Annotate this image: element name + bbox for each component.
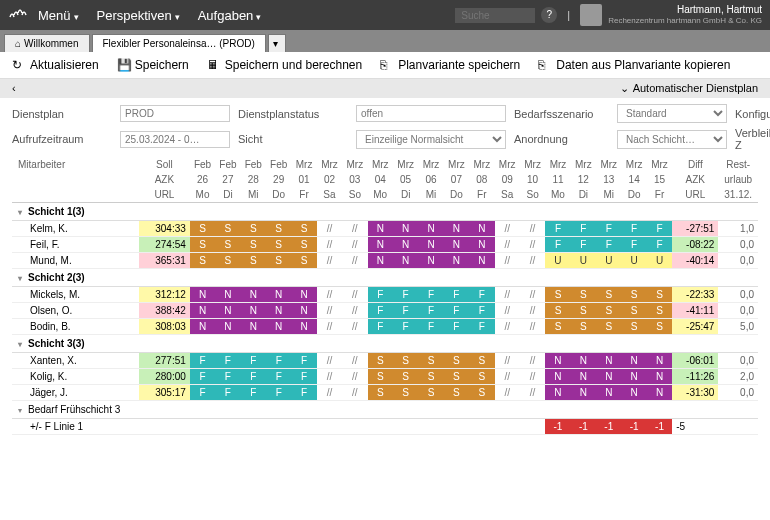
shift-cell[interactable]: // <box>317 237 342 253</box>
shift-cell[interactable]: S <box>368 369 393 385</box>
bedarf-cell[interactable] <box>368 419 393 435</box>
shift-cell[interactable]: S <box>596 303 621 319</box>
shift-cell[interactable]: F <box>545 221 570 237</box>
shift-cell[interactable]: // <box>495 385 520 401</box>
shift-cell[interactable]: N <box>596 369 621 385</box>
shift-cell[interactable]: // <box>317 319 342 335</box>
shift-cell[interactable]: // <box>342 369 367 385</box>
shift-cell[interactable]: S <box>190 253 215 269</box>
shift-cell[interactable]: // <box>317 353 342 369</box>
shift-cell[interactable]: F <box>368 319 393 335</box>
bedarf-cell[interactable]: -1 <box>621 419 646 435</box>
shift-cell[interactable]: N <box>418 237 443 253</box>
tab-welcome[interactable]: Willkommen <box>4 34 90 52</box>
shift-cell[interactable]: N <box>571 385 596 401</box>
shift-cell[interactable]: N <box>393 237 418 253</box>
dienstplan-input[interactable] <box>120 105 230 122</box>
shift-cell[interactable]: N <box>368 221 393 237</box>
menu-item[interactable]: Menü <box>38 8 79 23</box>
shift-cell[interactable]: F <box>190 353 215 369</box>
shift-cell[interactable]: // <box>520 303 545 319</box>
shift-cell[interactable]: N <box>190 287 215 303</box>
shift-cell[interactable]: S <box>241 237 266 253</box>
group-row[interactable]: Schicht 3(3) <box>12 335 758 353</box>
shift-cell[interactable]: N <box>545 385 570 401</box>
shift-cell[interactable]: N <box>190 319 215 335</box>
shift-cell[interactable]: S <box>469 353 494 369</box>
shift-cell[interactable]: N <box>393 253 418 269</box>
shift-cell[interactable]: // <box>342 221 367 237</box>
shift-cell[interactable]: N <box>596 385 621 401</box>
shift-cell[interactable]: S <box>621 303 646 319</box>
shift-cell[interactable]: N <box>190 303 215 319</box>
group-row[interactable]: Schicht 2(3) <box>12 269 758 287</box>
shift-cell[interactable]: F <box>393 303 418 319</box>
shift-cell[interactable]: N <box>545 369 570 385</box>
shift-cell[interactable]: // <box>495 353 520 369</box>
shift-cell[interactable]: S <box>418 369 443 385</box>
shift-cell[interactable]: N <box>444 221 469 237</box>
shift-cell[interactable]: N <box>469 253 494 269</box>
bedarf-cell[interactable]: -1 <box>571 419 596 435</box>
bedarf-header[interactable]: Bedarf Frühschicht 3 <box>12 401 758 419</box>
shift-cell[interactable]: N <box>571 353 596 369</box>
shift-cell[interactable]: U <box>571 253 596 269</box>
shift-cell[interactable]: F <box>647 237 672 253</box>
shift-cell[interactable]: N <box>444 253 469 269</box>
shift-cell[interactable]: S <box>545 287 570 303</box>
shift-cell[interactable]: // <box>317 221 342 237</box>
shift-cell[interactable]: F <box>215 385 240 401</box>
shift-cell[interactable]: S <box>393 369 418 385</box>
shift-cell[interactable]: F <box>266 385 291 401</box>
bedarf-cell[interactable] <box>291 419 316 435</box>
shift-cell[interactable]: N <box>621 353 646 369</box>
shift-cell[interactable]: F <box>444 319 469 335</box>
shift-cell[interactable]: N <box>545 353 570 369</box>
bedarf-cell[interactable] <box>444 419 469 435</box>
shift-cell[interactable]: // <box>520 353 545 369</box>
search-input[interactable] <box>455 8 535 23</box>
collapse-left[interactable] <box>12 82 20 95</box>
shift-cell[interactable]: U <box>545 253 570 269</box>
shift-cell[interactable]: S <box>647 303 672 319</box>
shift-cell[interactable]: U <box>621 253 646 269</box>
shift-cell[interactable]: F <box>241 369 266 385</box>
shift-cell[interactable]: N <box>444 237 469 253</box>
shift-cell[interactable]: F <box>368 287 393 303</box>
shift-cell[interactable]: S <box>190 221 215 237</box>
shift-cell[interactable]: F <box>621 221 646 237</box>
shift-cell[interactable]: F <box>266 353 291 369</box>
shift-cell[interactable]: S <box>291 221 316 237</box>
shift-cell[interactable]: F <box>241 353 266 369</box>
shift-cell[interactable]: // <box>317 385 342 401</box>
shift-cell[interactable]: S <box>571 319 596 335</box>
shift-cell[interactable]: S <box>444 385 469 401</box>
bedarf-cell[interactable] <box>190 419 215 435</box>
shift-cell[interactable]: N <box>241 287 266 303</box>
bedarf-cell[interactable] <box>469 419 494 435</box>
shift-cell[interactable]: S <box>418 385 443 401</box>
shift-cell[interactable]: N <box>621 369 646 385</box>
menu-item[interactable]: Perspektiven <box>97 8 180 23</box>
bedarf-cell[interactable] <box>418 419 443 435</box>
shift-cell[interactable]: F <box>291 385 316 401</box>
shift-cell[interactable]: S <box>596 319 621 335</box>
shift-cell[interactable]: N <box>215 319 240 335</box>
bedarf-cell[interactable] <box>342 419 367 435</box>
shift-cell[interactable]: // <box>342 253 367 269</box>
shift-cell[interactable]: F <box>571 237 596 253</box>
shift-cell[interactable]: F <box>266 369 291 385</box>
bedarf-cell[interactable]: -1 <box>647 419 672 435</box>
bedarf-cell[interactable] <box>520 419 545 435</box>
shift-cell[interactable]: // <box>495 369 520 385</box>
shift-cell[interactable]: // <box>317 369 342 385</box>
shift-cell[interactable]: S <box>215 237 240 253</box>
shift-cell[interactable]: N <box>393 221 418 237</box>
aufruf-input[interactable] <box>120 131 230 148</box>
shift-cell[interactable]: F <box>545 237 570 253</box>
shift-cell[interactable]: N <box>596 353 621 369</box>
shift-cell[interactable]: S <box>266 221 291 237</box>
group-row[interactable]: Schicht 1(3) <box>12 203 758 221</box>
shift-cell[interactable]: // <box>317 303 342 319</box>
shift-cell[interactable]: N <box>469 221 494 237</box>
